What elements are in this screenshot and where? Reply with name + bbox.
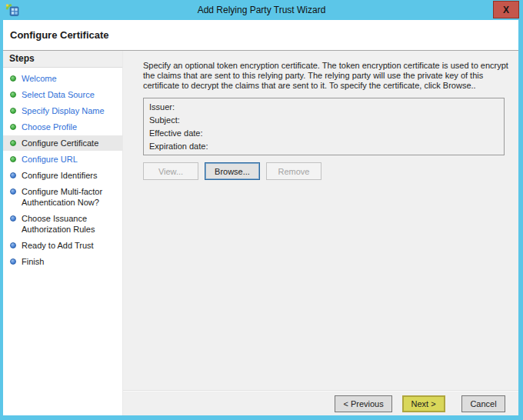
step-bullet-icon bbox=[10, 242, 16, 248]
step-label: Select Data Source bbox=[22, 89, 95, 100]
cert-field-label: Subject: bbox=[149, 115, 180, 125]
step-item: Configure Identifiers bbox=[3, 168, 122, 183]
step-bullet-icon bbox=[10, 124, 16, 130]
steps-sidebar: Steps WelcomeSelect Data SourceSpecify D… bbox=[3, 51, 123, 415]
step-item[interactable]: Specify Display Name bbox=[3, 103, 122, 118]
step-bullet-icon bbox=[10, 215, 16, 222]
cert-field-label: Issuer: bbox=[149, 102, 175, 112]
step-bullet-icon bbox=[10, 188, 16, 195]
titlebar: Add Relying Party Trust Wizard X bbox=[0, 0, 523, 20]
step-item[interactable]: Welcome bbox=[3, 71, 122, 86]
step-label: Configure URL bbox=[22, 154, 78, 165]
close-icon: X bbox=[503, 5, 509, 15]
steps-header: Steps bbox=[3, 51, 122, 68]
window-frame: Configure Certificate Steps WelcomeSelec… bbox=[0, 20, 523, 420]
cert-field-issuer: Issuer: bbox=[149, 101, 504, 114]
next-button[interactable]: Next > bbox=[402, 395, 445, 412]
step-label: Choose Profile bbox=[22, 122, 77, 132]
step-label: Configure Certificate bbox=[22, 138, 98, 148]
step-item: Choose Issuance Authorization Rules bbox=[3, 211, 122, 237]
step-item[interactable]: Choose Profile bbox=[3, 119, 122, 135]
page-title: Configure Certificate bbox=[10, 29, 109, 41]
step-bullet-icon bbox=[10, 156, 16, 162]
cert-field-label: Expiration date: bbox=[149, 142, 208, 151]
previous-button[interactable]: < Previous bbox=[335, 395, 392, 412]
wizard-window: Add Relying Party Trust Wizard X Configu… bbox=[0, 0, 523, 420]
step-item: Ready to Add Trust bbox=[3, 238, 122, 253]
certificate-details-box: Issuer: Subject: Effective date: Expirat… bbox=[143, 98, 505, 155]
step-bullet-icon bbox=[10, 140, 16, 146]
steps-list: WelcomeSelect Data SourceSpecify Display… bbox=[3, 68, 122, 269]
certificate-actions: View... Browse... Remove bbox=[143, 162, 505, 180]
step-item: Configure Multi-factor Authentication No… bbox=[3, 184, 122, 210]
cert-field-label: Effective date: bbox=[149, 128, 203, 138]
window-title: Add Relying Party Trust Wizard bbox=[0, 0, 523, 20]
step-label: Choose Issuance Authorization Rules bbox=[22, 213, 119, 235]
wizard-page: Specify an optional token encryption cer… bbox=[123, 51, 518, 415]
step-item[interactable]: Select Data Source bbox=[3, 87, 122, 102]
step-item[interactable]: Configure URL bbox=[3, 152, 122, 167]
step-item: Configure Certificate bbox=[3, 135, 122, 151]
page-description: Specify an optional token encryption cer… bbox=[143, 61, 511, 91]
page-header: Configure Certificate bbox=[3, 20, 518, 51]
view-button[interactable]: View... bbox=[143, 162, 198, 180]
step-bullet-icon bbox=[10, 258, 16, 265]
cancel-button[interactable]: Cancel bbox=[461, 395, 505, 412]
close-button[interactable]: X bbox=[493, 1, 519, 18]
step-label: Finish bbox=[22, 256, 44, 267]
step-item: Finish bbox=[3, 254, 122, 269]
cert-field-effective-date: Effective date: bbox=[149, 127, 504, 140]
step-label: Welcome bbox=[22, 73, 57, 84]
step-label: Specify Display Name bbox=[22, 105, 105, 116]
remove-button[interactable]: Remove bbox=[266, 162, 321, 180]
wizard-footer: < Previous Next > Cancel bbox=[123, 390, 518, 415]
step-bullet-icon bbox=[10, 108, 16, 114]
step-bullet-icon bbox=[10, 75, 16, 82]
cert-field-subject: Subject: bbox=[149, 114, 504, 127]
step-label: Ready to Add Trust bbox=[22, 240, 94, 251]
step-label: Configure Identifiers bbox=[22, 170, 97, 181]
step-bullet-icon bbox=[10, 172, 16, 178]
cert-field-expiration-date: Expiration date: bbox=[149, 140, 504, 153]
browse-button[interactable]: Browse... bbox=[205, 162, 260, 180]
step-bullet-icon bbox=[10, 92, 16, 98]
step-label: Configure Multi-factor Authentication No… bbox=[22, 186, 119, 208]
